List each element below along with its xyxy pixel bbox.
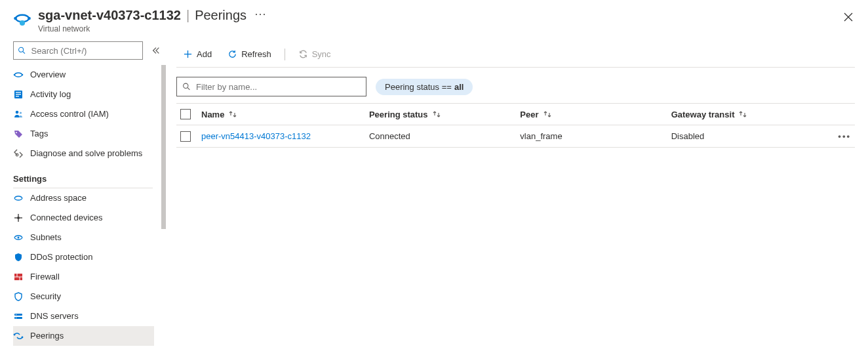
svg-point-7 (14, 73, 16, 75)
sidebar-search-input[interactable] (30, 45, 138, 56)
svg-rect-11 (16, 94, 21, 94)
title-more-icon[interactable]: ⋯ (254, 7, 266, 21)
svg-point-35 (184, 83, 188, 88)
search-icon (182, 82, 191, 91)
filter-pill-status[interactable]: Peering status == all (376, 79, 473, 95)
filter-by-name[interactable] (176, 77, 366, 96)
sort-icon (432, 110, 441, 119)
svg-rect-10 (16, 92, 21, 93)
sort-icon (228, 110, 237, 119)
column-label: Name (201, 110, 224, 119)
svg-point-30 (16, 317, 16, 318)
sidebar-item-dns[interactable]: DNS servers (13, 306, 154, 326)
security-icon (13, 291, 24, 302)
close-icon (844, 12, 853, 22)
vnet-icon (13, 9, 31, 28)
sidebar-item-access-control[interactable]: Access control (IAM) (13, 104, 154, 124)
sidebar-item-label: Activity log (30, 89, 71, 99)
sync-button: Sync (292, 45, 338, 64)
column-label: Peering status (369, 110, 428, 119)
resource-name: sga-vnet-v40373-c1132 (38, 8, 181, 23)
dns-icon (13, 311, 24, 322)
svg-point-5 (19, 47, 24, 52)
sidebar-item-security[interactable]: Security (13, 287, 154, 306)
select-all-checkbox[interactable] (180, 109, 191, 119)
svg-point-17 (17, 217, 20, 219)
sidebar-item-connected-devices[interactable]: Connected devices (13, 208, 154, 228)
svg-point-29 (16, 314, 16, 314)
column-label: Peer (520, 110, 538, 119)
sidebar-item-label: Address space (30, 193, 87, 203)
sidebar-item-label: Firewall (30, 272, 60, 282)
column-header-peer[interactable]: Peer (520, 110, 671, 119)
svg-line-6 (23, 52, 25, 54)
diagnose-icon (13, 148, 24, 159)
sidebar-item-label: Connected devices (30, 213, 103, 222)
sidebar-item-tags[interactable]: Tags (13, 124, 154, 144)
address-space-icon (13, 193, 24, 203)
refresh-button[interactable]: Refresh (221, 45, 278, 64)
search-icon (18, 46, 26, 55)
column-header-name[interactable]: Name (201, 110, 369, 119)
section-name: Peerings (195, 8, 247, 23)
peering-name-link[interactable]: peer-vn54413-v40373-c1132 (201, 131, 369, 141)
row-checkbox[interactable] (180, 131, 191, 142)
page-title: sga-vnet-v40373-c1132 | Peerings ⋯ (38, 8, 266, 23)
sidebar-item-label: Subnets (30, 232, 62, 242)
title-separator: | (186, 8, 189, 23)
column-header-gateway[interactable]: Gateway transit (671, 110, 822, 119)
tags-icon (13, 129, 24, 139)
sidebar-item-activity-log[interactable]: Activity log (13, 85, 154, 104)
svg-point-31 (14, 333, 16, 335)
command-bar: Add Refresh Sync (176, 41, 855, 68)
sidebar-item-ddos[interactable]: DDoS protection (13, 247, 154, 267)
filter-input[interactable] (195, 81, 361, 93)
filter-pill-value: all (454, 82, 464, 92)
svg-point-32 (22, 336, 24, 338)
sidebar-section-settings: Settings (13, 169, 153, 188)
peerings-table: Name Peering status Peer Gateway transit (176, 103, 855, 148)
sync-icon (298, 49, 308, 59)
subnets-icon (13, 232, 24, 243)
sync-label: Sync (312, 49, 331, 59)
sidebar-item-label: Overview (30, 70, 66, 79)
sidebar-item-label: DNS servers (30, 311, 79, 321)
row-actions-button[interactable]: ••• (822, 131, 855, 141)
add-button[interactable]: Add (176, 45, 218, 64)
close-button[interactable] (840, 9, 856, 25)
sidebar-item-label: Diagnose and solve problems (30, 148, 142, 158)
connected-devices-icon (13, 213, 24, 223)
sidebar-item-address-space[interactable]: Address space (13, 188, 154, 208)
sidebar-item-label: Access control (IAM) (30, 109, 109, 119)
sidebar-search[interactable] (13, 41, 143, 60)
table-header: Name Peering status Peer Gateway transit (176, 103, 855, 125)
sidebar-item-firewall[interactable]: Firewall (13, 267, 154, 287)
svg-point-22 (18, 236, 20, 238)
sidebar-item-peerings[interactable]: Peerings (13, 326, 154, 346)
filter-pill-label: Peering status == (385, 82, 452, 92)
column-header-status[interactable]: Peering status (369, 110, 520, 119)
table-row: peer-vn54413-v40373-c1132 Connected vlan… (176, 125, 855, 148)
ddos-icon (13, 252, 24, 262)
svg-rect-28 (14, 317, 22, 319)
sidebar-item-label: Peerings (30, 331, 64, 341)
refresh-icon (227, 49, 237, 59)
collapse-sidebar-button[interactable] (151, 45, 162, 56)
header-titles: sga-vnet-v40373-c1132 | Peerings ⋯ Virtu… (38, 8, 266, 33)
sort-icon (543, 110, 552, 119)
ellipsis-icon: ••• (838, 131, 851, 141)
peering-peer: vlan_frame (520, 131, 671, 141)
svg-point-2 (20, 20, 25, 26)
sidebar-item-subnets[interactable]: Subnets (13, 228, 154, 247)
svg-point-8 (22, 73, 24, 75)
blade-header: sga-vnet-v40373-c1132 | Peerings ⋯ Virtu… (0, 0, 868, 39)
firewall-icon (13, 272, 24, 282)
peering-status: Connected (369, 131, 520, 141)
peering-gateway: Disabled (671, 131, 822, 141)
sidebar-item-diagnose[interactable]: Diagnose and solve problems (13, 144, 154, 163)
sidebar-item-overview[interactable]: Overview (13, 65, 154, 85)
svg-line-36 (187, 88, 189, 90)
svg-point-13 (16, 110, 19, 114)
svg-point-14 (20, 112, 22, 114)
sidebar-item-label: Security (30, 291, 61, 301)
